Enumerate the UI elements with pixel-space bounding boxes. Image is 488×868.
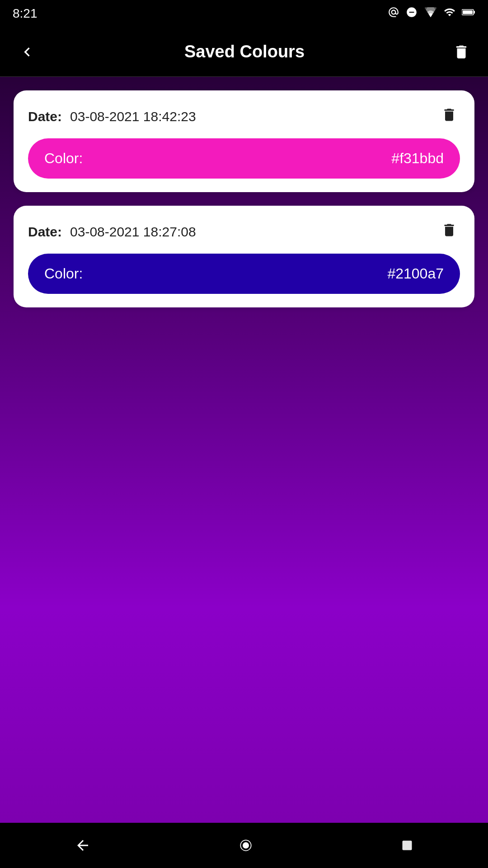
status-time: 8:21 <box>13 6 38 21</box>
color-label-1: Color: <box>44 150 83 167</box>
delete-all-button[interactable] <box>448 39 474 65</box>
svg-rect-1 <box>474 11 475 14</box>
do-not-disturb-icon <box>406 6 418 21</box>
color-swatch-2[interactable]: Color: #2100a7 <box>28 254 460 294</box>
main-content: Date:03-08-2021 18:42:23 Color: #f31bbd … <box>0 77 488 823</box>
color-swatch-1[interactable]: Color: #f31bbd <box>28 138 460 179</box>
card-header-1: Date:03-08-2021 18:42:23 <box>28 104 460 129</box>
nav-recent-button[interactable] <box>383 835 432 856</box>
status-bar: 8:21 <box>0 0 488 27</box>
card-delete-button-1[interactable] <box>438 104 460 129</box>
card-header-2: Date:03-08-2021 18:27:08 <box>28 219 460 245</box>
card-date-2: Date:03-08-2021 18:27:08 <box>28 224 196 240</box>
card-date-label-1: Date: <box>28 109 62 124</box>
app-bar: Saved Colours <box>0 27 488 77</box>
card-date-value-1: 03-08-2021 18:42:23 <box>70 109 196 124</box>
svg-rect-5 <box>403 841 412 850</box>
color-hex-2: #2100a7 <box>387 265 444 282</box>
at-icon <box>388 6 399 21</box>
color-label-2: Color: <box>44 265 83 282</box>
battery-icon <box>462 7 475 20</box>
color-card-2: Date:03-08-2021 18:27:08 Color: #2100a7 <box>14 206 474 307</box>
svg-point-4 <box>243 842 249 849</box>
svg-rect-2 <box>463 10 473 14</box>
page-title: Saved Colours <box>184 42 305 61</box>
card-delete-button-2[interactable] <box>438 219 460 245</box>
color-card-1: Date:03-08-2021 18:42:23 Color: #f31bbd <box>14 90 474 192</box>
status-icons <box>388 6 475 21</box>
nav-back-button[interactable] <box>56 833 109 858</box>
card-date-1: Date:03-08-2021 18:42:23 <box>28 109 196 124</box>
color-hex-1: #f31bbd <box>391 150 444 167</box>
card-date-label-2: Date: <box>28 224 62 239</box>
card-date-value-2: 03-08-2021 18:27:08 <box>70 224 196 239</box>
back-button[interactable] <box>14 38 41 66</box>
nav-bar <box>0 823 488 868</box>
wifi-icon <box>424 7 437 20</box>
signal-icon <box>444 6 455 21</box>
nav-home-button[interactable] <box>221 835 270 856</box>
